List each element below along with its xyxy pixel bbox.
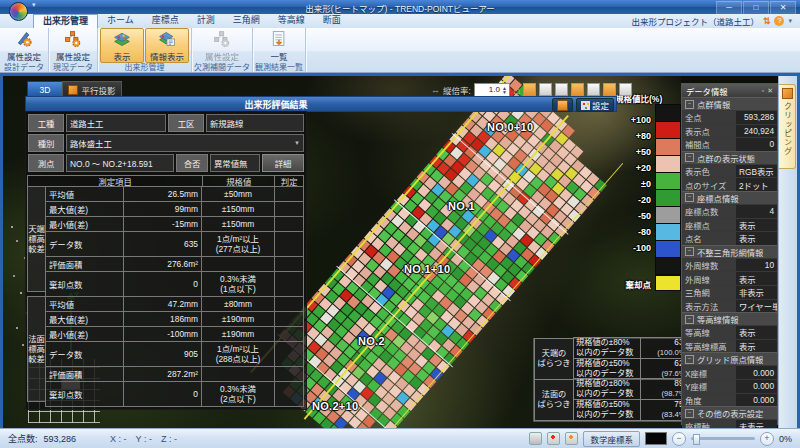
view-cube-right-icon[interactable] — [587, 83, 600, 96]
data-row-value: ワイヤー単色 — [736, 300, 777, 313]
screenshot-icon[interactable] — [529, 432, 542, 445]
ribbon-tab-1[interactable]: 出来形管理 — [33, 14, 98, 28]
data-row: 角度0.000 — [682, 393, 777, 407]
eval-result-title: 出来形評価結果 — [26, 98, 526, 111]
view-cube-back-icon[interactable] — [555, 83, 568, 96]
data-section-header: −不整三角形網情報 — [682, 245, 777, 258]
app-logo-icon[interactable] — [9, 2, 28, 21]
legend-swatch-2 — [655, 121, 681, 139]
clipping-icon — [782, 88, 793, 99]
view-cube-bottom-icon[interactable] — [619, 83, 632, 96]
ribbon-tab-2[interactable]: ホーム — [98, 14, 143, 28]
eval-value: 0 — [123, 271, 202, 297]
eval-item: 平均値 — [45, 186, 124, 202]
eval-item: 最小値(差) — [45, 326, 124, 342]
eval-item: 棄却点数 — [45, 381, 124, 407]
collapse-icon[interactable]: − — [685, 100, 694, 109]
pin-icon[interactable]: ▫ — [762, 87, 764, 95]
eval-value: 26.5mm — [123, 186, 202, 202]
view-cube-iso-icon[interactable] — [603, 83, 616, 96]
ribbon-button-info-display[interactable]: 情報表示 — [145, 28, 189, 63]
field-shubetsu-select[interactable]: 路体盛土工▼ — [66, 134, 304, 152]
table-row: 平均値47.2mm±80mm — [46, 296, 304, 312]
updown-arrows-icon[interactable]: ⇅ — [763, 16, 771, 26]
collapse-icon[interactable]: − — [685, 409, 694, 418]
settings-button[interactable]: 設定 — [576, 98, 614, 112]
status-bar: 全点数: 593,286 X : - Y : - Z : - 数学座標系 − +… — [0, 428, 800, 448]
zoom-in-button[interactable]: + — [760, 432, 774, 446]
side-panel-strip: クリッピング — [778, 76, 797, 428]
eval-judge — [274, 311, 304, 327]
view-cube-top-icon[interactable] — [523, 83, 536, 96]
variance-label: 規格値の±80%以内のデータ数 — [573, 337, 641, 359]
collapse-icon[interactable]: − — [685, 355, 694, 364]
station-label: NO.2 — [358, 335, 385, 347]
field-sokuten-value: NO.0 ～ NO.2+18.591 — [66, 154, 174, 172]
data-row-label: 点名 — [682, 232, 736, 245]
table-row: データ数9051点/m²以上(288点以上) — [46, 341, 304, 367]
eval-item: 最小値(差) — [45, 216, 124, 232]
export-button[interactable] — [552, 98, 573, 112]
data-section-header: −グリッド原点情報 — [682, 352, 777, 365]
zoom-out-button[interactable]: − — [672, 432, 686, 446]
data-row-label: 表示点 — [682, 125, 736, 138]
collapse-icon[interactable]: − — [685, 247, 694, 256]
legend-swatch-5 — [655, 172, 681, 190]
view-toolbar: ↔ 縦倍率: 1.0 ▲▼ ⌂ — [431, 82, 632, 97]
data-row: 補間点0 — [682, 137, 777, 151]
ribbon-group-label: 出来形管理 — [100, 63, 189, 73]
detail-button[interactable]: 詳細 — [262, 154, 304, 172]
variance-value: 620(97.6%) — [640, 358, 681, 380]
home-view-icon[interactable]: ⌂ — [513, 84, 520, 96]
zoom-slider-thumb[interactable] — [693, 434, 700, 445]
eval-item: 最大値(差) — [45, 311, 124, 327]
ribbon-button-design-attribute[interactable]: 属性設定 — [2, 28, 46, 63]
data-row-value: 未表示 — [736, 420, 777, 428]
collapse-icon[interactable]: − — [685, 153, 694, 162]
eval-judge — [274, 201, 304, 217]
help-icon[interactable]: ? — [774, 16, 784, 26]
ribbon-tab-5[interactable]: 三角網 — [224, 14, 269, 28]
dropdown-icon[interactable]: ▾ — [788, 17, 792, 25]
fit-width-icon[interactable]: ↔ — [431, 85, 440, 95]
ribbon-tab-4[interactable]: 計測 — [188, 14, 224, 28]
zoom-slider[interactable] — [691, 437, 755, 440]
data-row-value: 240,924 — [736, 125, 777, 138]
view-cube-left-icon[interactable] — [571, 83, 584, 96]
ribbon-button-label: 属性設定 — [205, 50, 239, 62]
ribbon-button-heatmap-display[interactable]: 表示 — [100, 28, 144, 63]
maximize-button[interactable]: □ — [743, 1, 769, 15]
ribbon-button-result-list[interactable]: 一覧 — [257, 28, 301, 63]
data-row: 外周線表示 — [682, 271, 777, 285]
collapse-icon[interactable]: − — [685, 315, 694, 324]
red-marker-icon[interactable] — [547, 432, 560, 445]
data-row-value: 10 — [736, 259, 777, 272]
orange-marker-icon[interactable] — [565, 432, 578, 445]
view-cube-front-icon[interactable] — [539, 83, 552, 96]
table-row: 棄却点数00.3%未満(2点以下) — [46, 381, 304, 407]
collapse-icon[interactable]: − — [685, 193, 694, 202]
vertical-scale-input[interactable]: 1.0 ▲▼ — [474, 83, 510, 97]
data-row: 等高線標高表示 — [682, 339, 777, 353]
legend-swatch-3 — [655, 138, 681, 156]
data-row-value: 2ドット — [736, 178, 777, 191]
eval-result-header: 出来形評価結果 設定 — [25, 96, 617, 112]
table-row: 最大値(差)186mm±190mm — [46, 311, 304, 327]
coordinate-system-button[interactable]: 数学座標系 — [583, 431, 640, 447]
eval-value: 99mm — [123, 201, 202, 217]
ribbon-tab-6[interactable]: 等高線 — [269, 14, 314, 28]
ribbon-button-current-attribute[interactable]: 属性設定 — [51, 28, 95, 63]
clipping-tab[interactable]: クリッピング — [779, 84, 796, 169]
panel-close-icon[interactable]: ✕ — [767, 87, 773, 95]
ribbon-tab-7[interactable]: 断面 — [314, 14, 350, 28]
close-button[interactable]: ✕ — [770, 1, 796, 15]
info-display-icon — [158, 30, 176, 50]
minimize-button[interactable]: ─ — [716, 1, 742, 15]
ribbon-tab-3[interactable]: 座標点 — [143, 14, 188, 28]
background-color-swatch[interactable] — [645, 432, 667, 445]
total-points-label: 全点数: — [8, 432, 38, 445]
ribbon-button-label: 属性設定 — [7, 50, 41, 62]
table-row: 最小値(差)-15mm±150mm — [46, 216, 304, 232]
eval-item: 評価面積 — [45, 256, 124, 272]
eval-judge — [274, 231, 304, 257]
